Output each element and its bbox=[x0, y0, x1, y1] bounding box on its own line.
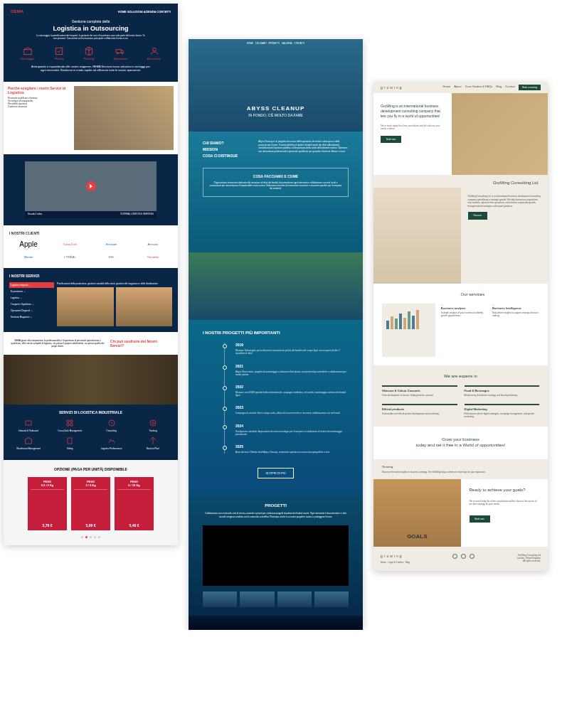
discover-button[interactable]: SCOPRI DI PIÙ bbox=[258, 468, 293, 478]
ind-item: Tracking bbox=[134, 419, 172, 432]
growing-logo[interactable]: growing bbox=[381, 85, 403, 90]
expert-item: Skincare & Colour CosmeticFrom developme… bbox=[382, 385, 457, 397]
client-logo: Warner bbox=[9, 252, 48, 262]
ind-item: Back-to-Plant bbox=[134, 437, 172, 450]
timeline-item: 2022Missione con UNEP, grande livello in… bbox=[235, 385, 349, 397]
expert-item: Food & BeveragesMarket entry, distributi… bbox=[465, 385, 540, 397]
chart-image bbox=[382, 304, 435, 357]
diver-image bbox=[189, 252, 363, 320]
why-list: Personale qualificato e formato Tecnolog… bbox=[8, 97, 74, 108]
shipping-icon: Spedizione bbox=[114, 46, 128, 60]
menu-item[interactable]: Gestione Magazzini → bbox=[9, 314, 54, 320]
menu-item[interactable]: Logistica integrata → bbox=[9, 282, 54, 288]
packing-icon: Packing bbox=[84, 46, 94, 60]
price-card[interactable]: PESO5 / 10 Kg5,48 € bbox=[115, 477, 154, 530]
price-card[interactable]: PESO2 / 5 Kg5,09 € bbox=[71, 477, 110, 530]
discover-button[interactable]: Discover bbox=[468, 212, 488, 220]
menu-item[interactable]: E-commerce → bbox=[9, 289, 54, 294]
services-title: I NOSTRI SERVIZI bbox=[9, 274, 172, 278]
about-image bbox=[373, 188, 461, 284]
expert-item: Ethical productsSustainable and ethical … bbox=[382, 404, 457, 418]
hero-desc: Lo stoccaggio, la pianificazione dei tra… bbox=[35, 35, 147, 41]
services-section: I NOSTRI SERVIZI Logistica integrata → E… bbox=[4, 268, 178, 332]
pricing-section: OPZIONE (PAGA PER UNITÀ) DISPONIBILE PES… bbox=[4, 460, 178, 545]
timeline: 2019Missione Submerged, primo intervento… bbox=[224, 343, 349, 454]
svg-point-4 bbox=[122, 53, 123, 54]
carousel-dots[interactable] bbox=[11, 536, 171, 538]
price-card[interactable]: PESO0.5 / 2 Kg3,79 € bbox=[28, 477, 67, 530]
timeline-item: 2024Divulgazione mondiale. Acquisizione … bbox=[235, 424, 349, 436]
clients-title: I NOSTRI CLIENTI bbox=[9, 231, 172, 235]
timeline-item: 2023Campagna di raccolta rifiuti su larg… bbox=[235, 405, 349, 414]
client-logo: Coca-Cola bbox=[51, 240, 89, 250]
projects-gallery: PROGETTI Collaboriamo con università, en… bbox=[189, 495, 363, 616]
abyss-nav[interactable]: HOMECHI SIAMOPROGETTIGALLERIACONTATTI bbox=[189, 39, 363, 48]
client-logo: Ericsson bbox=[92, 240, 131, 250]
blog-section: Growing Discover the latest insights in … bbox=[373, 459, 548, 479]
social-icon[interactable] bbox=[461, 554, 466, 559]
svg-point-8 bbox=[152, 422, 154, 424]
ind-item: Consulting bbox=[92, 419, 131, 432]
warehouse-image2 bbox=[4, 355, 178, 405]
expert-item: Digital MarketingPerformance-driven digi… bbox=[465, 404, 540, 418]
growing-footer: growingHome · Legal & Cookies · Blog Gro… bbox=[373, 547, 548, 571]
svg-rect-2 bbox=[117, 49, 122, 53]
client-logo: Apple bbox=[9, 240, 48, 250]
hero-title: Logistica in Outsourcing bbox=[11, 25, 171, 32]
menu-item[interactable]: Operazioni Doganali → bbox=[9, 308, 54, 314]
svg-point-5 bbox=[152, 48, 156, 51]
nav-link[interactable]: Case Studies & FAQs bbox=[465, 85, 493, 90]
menu-item[interactable]: Logistica → bbox=[9, 295, 54, 301]
svg-rect-0 bbox=[23, 49, 31, 54]
nav-link[interactable]: About bbox=[454, 85, 461, 90]
service-icons: Stoccaggio Picking Packing Spedizione As… bbox=[11, 46, 171, 60]
growing-nav: growing HomeAboutCase Studies & FAQsBlog… bbox=[373, 82, 548, 93]
team-section: GEMA grazie alla competenza, la professi… bbox=[4, 332, 178, 355]
cta-section: Grow your businesstoday and set it free … bbox=[373, 427, 548, 459]
gema-site: GEMAHOME SOLUZIONI AZIENDA CONTATTI Gest… bbox=[4, 4, 178, 545]
book-button[interactable]: Book a meeting bbox=[519, 85, 541, 90]
abyss-site: HOMECHI SIAMOPROGETTIGALLERIACONTATTI AB… bbox=[189, 39, 363, 630]
service-item: ⬚Business analysisIn-depth analysis of y… bbox=[441, 304, 488, 357]
goals-image: GOALS bbox=[373, 479, 461, 547]
play-icon[interactable] bbox=[86, 181, 96, 191]
what-we-do-box: COSA FACCIAMO E COMEOrganizziamo immersi… bbox=[203, 168, 349, 197]
svg-point-3 bbox=[117, 53, 119, 54]
ind-item: Logistics Performance bbox=[92, 437, 131, 450]
nav-link[interactable]: Blog bbox=[496, 85, 502, 90]
growing-site: growing HomeAboutCase Studies & FAQsBlog… bbox=[373, 82, 548, 571]
warehouse-image bbox=[74, 86, 174, 150]
ind-item: Kitting bbox=[51, 437, 89, 450]
video-placeholder[interactable] bbox=[203, 525, 349, 586]
thumb[interactable] bbox=[277, 592, 312, 607]
book-now-button[interactable]: Book now bbox=[381, 136, 401, 143]
experts-section: We are experts in Skincare & Colour Cosm… bbox=[373, 365, 548, 427]
nav-link[interactable]: Home bbox=[443, 85, 451, 90]
thumb[interactable] bbox=[314, 592, 349, 607]
gema-nav[interactable]: HOME SOLUZIONI AZIENDA CONTATTI bbox=[118, 10, 171, 14]
hero-desc2: Anticipando e rispondendo alle vostre es… bbox=[31, 65, 151, 72]
timeline-item: 2021Abyss Observation, progetto di monit… bbox=[235, 364, 349, 376]
client-logo: Amazon bbox=[134, 240, 172, 250]
gema-hero: GEMAHOME SOLUZIONI AZIENDA CONTATTI Gest… bbox=[4, 4, 178, 82]
video-section: Guarda il videoOUTREAL LOGISTICS SERVICE… bbox=[4, 154, 178, 225]
book-button[interactable]: Book now bbox=[470, 515, 490, 523]
why-title: Perché scegliere i nostri Servizi di Log… bbox=[8, 86, 74, 95]
gema-logo[interactable]: GEMA bbox=[11, 9, 23, 14]
video-player[interactable] bbox=[25, 161, 157, 211]
thumb[interactable] bbox=[240, 592, 274, 607]
storage-icon: Stoccaggio bbox=[21, 46, 35, 60]
menu-item[interactable]: Trasporti e Spedizioni → bbox=[9, 301, 54, 307]
thumb[interactable] bbox=[203, 592, 237, 607]
services-section: Our services ⬚Business analysisIn-depth … bbox=[373, 284, 548, 365]
about-menu: CHI SIAMO?MISSIONCOSA CI DISTINGUE bbox=[203, 140, 251, 159]
nav-link[interactable]: Contact bbox=[505, 85, 515, 90]
svg-rect-6 bbox=[26, 421, 31, 425]
social-icon[interactable] bbox=[452, 554, 457, 559]
video-thumbnails bbox=[203, 592, 349, 607]
abyss-about: CHI SIAMO?MISSIONCOSA CI DISTINGUE Abyss… bbox=[189, 132, 363, 252]
social-icon[interactable] bbox=[470, 554, 474, 559]
projects-section: I NOSTRI PROGETTI PIÙ IMPORTANTI 2019Mis… bbox=[189, 320, 363, 495]
service-image bbox=[57, 287, 114, 326]
service-image bbox=[116, 287, 173, 326]
